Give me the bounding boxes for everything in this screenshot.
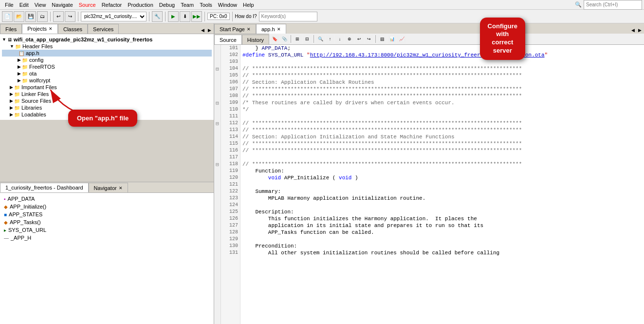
fold-104[interactable]: ⊟ <box>214 65 221 72</box>
tab-services[interactable]: Services <box>88 24 119 34</box>
keyword-search-input[interactable] <box>259 12 317 21</box>
tab-start-page-close[interactable]: ✕ <box>247 27 251 32</box>
tab-history[interactable]: History <box>242 35 269 44</box>
editor-btn-7[interactable]: ⊕ <box>345 35 354 43</box>
tab-start-page[interactable]: Start Page ✕ <box>214 24 256 34</box>
tree-linker-files[interactable]: ▶ 📁 Linker Files <box>2 91 212 97</box>
tab-projects-close[interactable]: ✕ <box>49 26 53 31</box>
project-combo[interactable]: pic32mz_w1_curiosity.... <box>81 12 147 21</box>
fold-109[interactable]: ⊟ <box>214 99 221 106</box>
editor-btn-10[interactable]: ▤ <box>378 35 386 43</box>
libraries-expand[interactable]: ▶ <box>10 105 13 110</box>
linker-expand[interactable]: ▶ <box>10 92 13 96</box>
editor-btn-8[interactable]: ↩ <box>355 35 364 43</box>
freertos-expand[interactable]: ▶ <box>18 64 21 69</box>
debug-btn[interactable]: ▶▶ <box>191 11 202 22</box>
fold-115 <box>214 140 221 147</box>
menu-tools[interactable]: Tools <box>197 1 215 9</box>
tab-dashboard-label: 1_curiosity_freertos - Dashboard <box>5 185 83 191</box>
panel-left-btn[interactable]: ◀ <box>199 27 206 34</box>
tab-dashboard[interactable]: 1_curiosity_freertos - Dashboard <box>0 183 89 192</box>
nav-sys-ota-url[interactable]: ▸ SYS_OTA_URL <box>2 226 212 234</box>
menu-refactor[interactable]: Refactor <box>99 1 125 9</box>
tree-ota[interactable]: ▶ 📁 ota <box>2 70 212 77</box>
menu-navigate[interactable]: Navigate <box>49 1 75 9</box>
editor-btn-9[interactable]: ↪ <box>365 35 373 43</box>
header-expand-icon[interactable]: ▼ <box>10 44 14 49</box>
save-btn[interactable]: 💾 <box>25 11 36 22</box>
tab-navigator-close[interactable]: ✕ <box>119 186 123 191</box>
editor-btn-2[interactable]: 📎 <box>280 35 289 43</box>
root-expand-icon[interactable]: ▼ <box>2 37 6 42</box>
redo-btn[interactable]: ↪ <box>65 11 75 22</box>
tree-freertos[interactable]: ▶ 📁 FreeRTOS <box>2 63 212 70</box>
fold-112[interactable]: ⊟ <box>214 120 221 127</box>
ota-expand[interactable]: ▶ <box>18 71 21 76</box>
global-search-input[interactable] <box>584 0 642 10</box>
menu-window[interactable]: Window <box>215 1 240 9</box>
code-line-130: Precondition: <box>242 243 642 249</box>
code-area[interactable]: } APP_DATA; #define SYS_OTA_URL "http://… <box>240 45 644 324</box>
code-line-115: // *************************************… <box>242 140 642 147</box>
editor-btn-search[interactable]: 🔍 <box>316 35 325 43</box>
menu-production[interactable]: Production <box>125 1 156 9</box>
important-expand[interactable]: ▶ <box>10 85 13 90</box>
menu-debug[interactable]: Debug <box>156 1 178 9</box>
new-file-btn[interactable]: 📄 <box>2 11 13 22</box>
fold-101 <box>214 45 221 52</box>
open-btn[interactable]: 📂 <box>14 11 24 22</box>
menu-edit[interactable]: Edit <box>17 1 32 9</box>
config-expand[interactable]: ▶ <box>18 57 21 62</box>
tree-source-files[interactable]: ▶ 📁 Source Files <box>2 97 212 104</box>
wolfcrypt-expand[interactable]: ▶ <box>18 78 21 83</box>
nav-app-tasks[interactable]: ◆ APP_Tasks() <box>2 218 212 226</box>
menu-help[interactable]: Help <box>240 1 257 9</box>
editor-btn-12[interactable]: 📈 <box>397 35 406 43</box>
build-btn[interactable]: 🔧 <box>152 11 163 22</box>
nav-app-states[interactable]: ■ APP_STATES <box>2 210 212 218</box>
editor-btn-5[interactable]: ↑ <box>326 35 334 43</box>
nav-app-h[interactable]: — _APP_H <box>2 234 212 242</box>
tab-classes[interactable]: Classes <box>58 24 88 34</box>
tab-app-h[interactable]: app.h ✕ <box>256 24 286 34</box>
tree-config[interactable]: ▶ 📁 config <box>2 57 212 63</box>
tree-root[interactable]: ▼ 🖥 wifi_ota_app_upgrade_pic32mz_w1_curi… <box>2 36 212 43</box>
tab-files[interactable]: Files <box>0 24 22 34</box>
tab-navigator[interactable]: Navigator ✕ <box>89 183 128 192</box>
program-btn[interactable]: ⬇ <box>180 11 190 22</box>
ln-115: 115 <box>221 140 240 147</box>
nav-app-initialize[interactable]: ◆ APP_Initialize() <box>2 203 212 210</box>
menu-team[interactable]: Team <box>178 1 197 9</box>
tab-app-h-close[interactable]: ✕ <box>277 27 281 32</box>
undo-btn[interactable]: ↩ <box>53 11 64 22</box>
fold-122 <box>214 188 221 195</box>
run-btn[interactable]: ▶ <box>168 11 179 22</box>
menu-source[interactable]: Source <box>76 1 99 9</box>
editor-btn-11[interactable]: 📊 <box>387 35 396 43</box>
code-line-119: Function: <box>242 168 642 174</box>
editor-btn-4[interactable]: ⊟ <box>303 35 312 43</box>
tree-important-files[interactable]: ▶ 📁 Important Files <box>2 84 212 91</box>
editor-btn-3[interactable]: ⊞ <box>293 35 302 43</box>
tree-app-h[interactable]: 📋 app.h <box>2 50 212 57</box>
editor-panel-right-btn[interactable]: ▶ <box>636 27 643 34</box>
menu-view[interactable]: View <box>32 1 49 9</box>
tree-wolfcrypt[interactable]: ▶ 📁 wolfcrypt <box>2 77 212 84</box>
loadables-expand[interactable]: ▶ <box>10 112 13 117</box>
fold-118[interactable]: ⊟ <box>214 161 221 168</box>
left-tab-bar: Files Projects ✕ Classes Services ◀ ▶ <box>0 23 214 34</box>
nav-app-data[interactable]: ▪ APP_DATA <box>2 195 212 203</box>
source-expand[interactable]: ▶ <box>10 98 13 103</box>
tab-projects[interactable]: Projects ✕ <box>22 24 58 34</box>
ln-106: 106 <box>221 79 240 86</box>
panel-right-btn[interactable]: ▶ <box>206 27 213 34</box>
editor-btn-6[interactable]: ↓ <box>335 35 344 43</box>
ln-102: 102 <box>221 52 240 58</box>
tab-source[interactable]: Source <box>214 35 242 44</box>
editor-btn-1[interactable]: 🔖 <box>270 35 279 43</box>
fold-126 <box>214 215 221 222</box>
menu-file[interactable]: File <box>2 1 17 9</box>
editor-panel-left-btn[interactable]: ◀ <box>629 27 636 34</box>
tree-header-files[interactable]: ▼ 📁 Header Files <box>2 43 212 50</box>
save-all-btn[interactable]: 🗂 <box>37 11 48 22</box>
